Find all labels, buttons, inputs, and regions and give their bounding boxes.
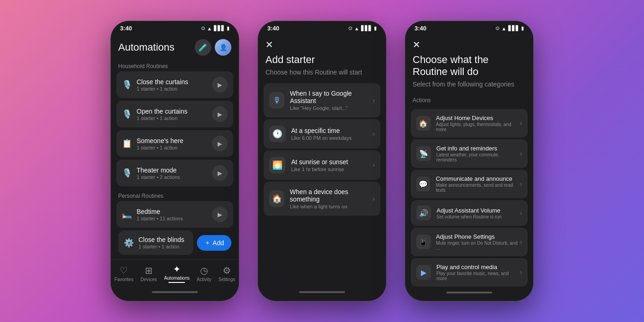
spacer-2 <box>258 216 386 288</box>
action-name-4: Adjust Assistant Volume <box>437 207 501 214</box>
nav-active-indicator <box>168 282 185 283</box>
bottom-nav: ♡ Favorites ⊞ Devices ✦ Automations ◷ Ac… <box>111 259 239 288</box>
wifi-icon-3: ▲ <box>501 26 506 31</box>
automations-nav-label: Automations <box>164 276 190 281</box>
starter-name-1: When I say to Google Assistant <box>290 90 372 104</box>
settings-icon: ⚙ <box>223 265 231 276</box>
chevron-action-4: › <box>520 209 522 217</box>
add-button[interactable]: ＋ Add <box>197 235 231 251</box>
chevron-action-6: › <box>520 268 522 276</box>
modal-subtitle-2: Choose how this Routine will start <box>258 68 386 83</box>
activity-icon: ◷ <box>200 265 208 276</box>
nav-favorites[interactable]: ♡ Favorites <box>115 265 133 282</box>
nav-activity[interactable]: ◷ Activity <box>197 265 212 282</box>
mic-icon-3: 🎙️ <box>122 168 132 178</box>
modal-subtitle-3: Select from the following categories <box>405 80 533 95</box>
routine-meta-4: 1 starter • 2 actions <box>137 174 180 180</box>
chevron-action-5: › <box>520 238 522 246</box>
action-name-3: Communicate and announce <box>436 175 519 182</box>
routine-meta-6: 1 starter • 1 action <box>138 244 184 249</box>
play-btn-4[interactable]: ▶ <box>212 165 228 181</box>
action-name-1: Adjust Home Devices <box>436 115 520 121</box>
action-desc-3: Make announcements, send and read texts <box>436 183 519 193</box>
status-time-3: 3:40 <box>414 25 426 32</box>
user-avatar[interactable]: 👤 <box>215 39 231 56</box>
signal-icon-3: ▋▋▋ <box>508 25 519 31</box>
chevron-icon-1: › <box>373 96 375 104</box>
home-bar-1 <box>111 288 239 297</box>
info-icon: 📡 <box>416 146 431 161</box>
assistant-icon: 🎙 <box>269 92 284 109</box>
starter-assistant[interactable]: 🎙 When I say to Google Assistant Like "H… <box>264 83 380 117</box>
action-desc-6: Play your favorite music, news, and more <box>437 271 520 281</box>
favorites-icon: ♡ <box>120 265 128 276</box>
volume-icon: 🔊 <box>416 206 431 220</box>
routine-item-someones-here[interactable]: 📋 Someone's here 1 starter • 1 action ▶ <box>116 130 233 157</box>
communicate-icon: 💬 <box>416 177 430 191</box>
modal-title-3: Choose what the Routine will do <box>405 52 533 80</box>
status-icons-1: ⊙ ▲ ▋▋▋ ▮ <box>201 25 230 31</box>
starter-device[interactable]: 🏠 When a device does something Like when… <box>264 182 380 216</box>
routine-item-theater[interactable]: 🎙️ Theater mode 1 starter • 2 actions ▶ <box>116 160 233 186</box>
action-desc-4: Set volume when Routine is run <box>437 214 501 219</box>
action-desc-1: Adjust lights, plugs, thermostats, and m… <box>436 122 520 132</box>
header-icons: 🧪 👤 <box>195 39 231 56</box>
media-icon: ▶ <box>416 265 431 280</box>
chevron-action-2: › <box>520 150 522 158</box>
routine-item-curtains-close[interactable]: 🎙️ Close the curtains 1 starter • 1 acti… <box>116 71 233 98</box>
devices-label: Devices <box>140 277 157 282</box>
action-volume[interactable]: 🔊 Adjust Assistant Volume Set volume whe… <box>411 200 528 226</box>
status-bar-2: 3:40 ⊙ ▲ ▋▋▋ ▮ <box>258 21 386 34</box>
close-button-3[interactable]: ✕ <box>405 34 533 52</box>
play-btn-3[interactable]: ▶ <box>212 136 228 151</box>
automations-header: Automations 🧪 👤 <box>111 34 239 59</box>
action-phone-settings[interactable]: 📱 Adjust Phone Settings Mute ringer, tur… <box>411 228 528 256</box>
chevron-icon-4: › <box>373 195 375 203</box>
chevron-action-1: › <box>520 119 522 127</box>
close-button-2[interactable]: ✕ <box>258 34 386 52</box>
action-media[interactable]: ▶ Play and control media Play your favor… <box>411 258 528 287</box>
nav-devices[interactable]: ⊞ Devices <box>140 265 157 282</box>
screen-3: ✕ Choose what the Routine will do Select… <box>405 34 533 297</box>
starter-time[interactable]: 🕐 At a specific time Like 6:00 PM on wee… <box>264 119 380 149</box>
beaker-icon-btn[interactable]: 🧪 <box>195 39 211 56</box>
action-home-devices[interactable]: 🏠 Adjust Home Devices Adjust lights, plu… <box>411 109 528 138</box>
nav-automations[interactable]: ✦ Automations <box>164 264 190 283</box>
mic-icon-2: 🎙️ <box>122 109 132 119</box>
home-icon: 🏠 <box>269 190 284 207</box>
routine-item-blinds[interactable]: ⚙️ Close the blinds 1 starter • 1 action <box>118 230 193 255</box>
action-communicate[interactable]: 💬 Communicate and announce Make announce… <box>411 170 528 198</box>
chevron-action-3: › <box>520 180 522 188</box>
location-icon-2: ⊙ <box>348 25 352 31</box>
routine-item-bedtime[interactable]: 🛏️ Bedtime 1 starter • 11 actions ▶ <box>116 201 233 228</box>
settings-label: Settings <box>218 277 235 282</box>
starter-list: 🎙 When I say to Google Assistant Like "H… <box>258 83 386 216</box>
home-devices-icon: 🏠 <box>416 116 431 131</box>
play-btn-2[interactable]: ▶ <box>212 106 228 122</box>
routine-item-curtains-open[interactable]: 🎙️ Open the curtains 1 starter • 1 actio… <box>116 101 233 127</box>
nav-settings[interactable]: ⚙ Settings <box>218 265 235 282</box>
mic-icon: 🎙️ <box>122 80 132 90</box>
routine-meta-2: 1 starter • 1 action <box>137 115 188 121</box>
plus-icon: ＋ <box>204 239 211 247</box>
phone-1: 3:40 ⊙ ▲ ▋▋▋ ▮ Automations 🧪 👤 Household… <box>110 21 239 301</box>
starter-sunrise[interactable]: 🌅 At sunrise or sunset Like 1 hr before … <box>264 150 380 180</box>
play-btn[interactable]: ▶ <box>212 77 228 92</box>
automations-icon: ✦ <box>173 264 181 275</box>
modal-title-2: Add starter <box>258 52 386 68</box>
signal-icon: ▋▋▋ <box>214 25 225 31</box>
favorites-label: Favorites <box>115 277 133 282</box>
starter-desc-4: Like when a light turns on <box>290 204 373 209</box>
gear-icon-small: ⚙️ <box>124 238 134 248</box>
phone-2-frame: 3:40 ⊙ ▲ ▋▋▋ ▮ ✕ Add starter Choose how … <box>258 21 386 301</box>
routine-name-4: Theater mode <box>137 167 180 174</box>
home-bar-line-3 <box>446 292 492 293</box>
action-name-6: Play and control media <box>437 264 520 270</box>
play-btn-5[interactable]: ▶ <box>212 207 228 222</box>
automations-title: Automations <box>118 41 174 53</box>
routine-meta-5: 1 starter • 11 actions <box>137 216 183 221</box>
action-info-reminders[interactable]: 📡 Get info and reminders Latest weather,… <box>411 139 528 168</box>
phone-2: 3:40 ⊙ ▲ ▋▋▋ ▮ ✕ Add starter Choose how … <box>258 21 386 301</box>
starter-name-3: At sunrise or sunset <box>291 158 348 166</box>
home-bar-3 <box>405 288 533 297</box>
